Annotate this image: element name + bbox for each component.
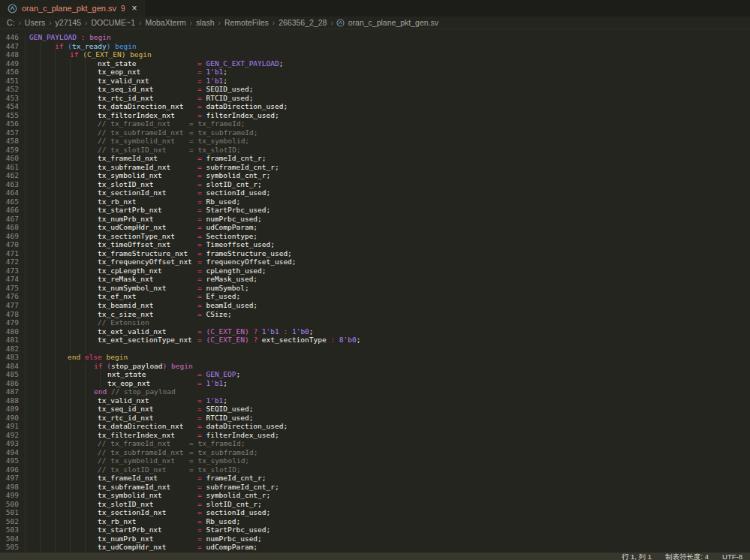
code-line[interactable]: 505tx_udCompHdr_nxt= udCompParam;	[0, 543, 750, 552]
line-number[interactable]: 467	[0, 215, 19, 224]
line-number[interactable]: 457	[0, 128, 19, 137]
line-number[interactable]: 449	[0, 59, 19, 68]
code-line[interactable]: 488tx_valid_nxt= 1'b1;	[0, 396, 750, 405]
code-line[interactable]: 470tx_timeOffset_nxt= Timeoffset_used;	[0, 240, 750, 249]
line-number[interactable]: 469	[0, 232, 19, 241]
line-number[interactable]: 475	[0, 284, 19, 293]
line-number[interactable]: 485	[0, 370, 19, 379]
code-line[interactable]: 494// tx_subframeId_nxt= tx_subframeId;	[0, 448, 750, 457]
line-number[interactable]: 488	[0, 396, 19, 405]
code-line[interactable]: 457// tx_subframeId_nxt= tx_subframeId;	[0, 128, 750, 137]
line-number[interactable]: 455	[0, 111, 19, 120]
line-number[interactable]: 470	[0, 240, 19, 249]
code-line[interactable]: 467tx_numPrb_nxt= numPrbc_used;	[0, 215, 750, 224]
code-line[interactable]: 485nxt_state= GEN_EOP;	[0, 370, 750, 379]
line-number[interactable]: 498	[0, 483, 19, 492]
code-line[interactable]: 486tx_eop_nxt= 1'b1;	[0, 379, 750, 388]
code-line[interactable]: 489tx_seq_id_nxt= SEQID_used;	[0, 405, 750, 414]
code-line[interactable]: 492tx_filterIndex_nxt= filterIndex_used;	[0, 431, 750, 440]
breadcrumb-item-file[interactable]: oran_c_plane_pkt_gen.sv	[348, 18, 439, 27]
code-line[interactable]: 450tx_eop_nxt= 1'b1;	[0, 68, 750, 77]
code-line[interactable]: 449nxt_state= GEN_C_EXT_PAYLOAD;	[0, 59, 750, 68]
line-number[interactable]: 493	[0, 439, 19, 448]
line-number[interactable]: 448	[0, 50, 19, 59]
code-line[interactable]: 453tx_rtc_id_nxt= RTCID_used;	[0, 94, 750, 103]
line-number[interactable]: 456	[0, 119, 19, 128]
code-line[interactable]: 460tx_frameId_nxt= frameId_cnt_r;	[0, 154, 750, 163]
code-line[interactable]: 490tx_rtc_id_nxt= RTCID_used;	[0, 414, 750, 423]
editor[interactable]: 446GEN_PAYLOAD : begin447if (tx_ready) b…	[0, 29, 750, 552]
code-line[interactable]: 487end // stop_payload	[0, 387, 750, 396]
breadcrumb-item[interactable]: RemoteFiles	[224, 18, 270, 27]
code-line[interactable]: 482	[0, 345, 750, 354]
code-line[interactable]: 446GEN_PAYLOAD : begin	[0, 33, 750, 42]
line-number[interactable]: 468	[0, 223, 19, 232]
line-number[interactable]: 481	[0, 336, 19, 345]
code-line[interactable]: 459// tx_slotID_nxt= tx_slotID;	[0, 146, 750, 155]
line-number[interactable]: 461	[0, 163, 19, 172]
line-number[interactable]: 505	[0, 543, 19, 552]
line-number[interactable]: 464	[0, 188, 19, 197]
code-line[interactable]: 476tx_ef_nxt= Ef_used;	[0, 292, 750, 301]
code-line[interactable]: 461tx_subframeId_nxt= subframeId_cnt_r;	[0, 163, 750, 172]
line-number[interactable]: 494	[0, 448, 19, 457]
line-number[interactable]: 503	[0, 525, 19, 534]
code-line[interactable]: 501tx_sectionId_nxt= sectionId_used;	[0, 508, 750, 517]
line-number[interactable]: 484	[0, 362, 19, 371]
tab-oran-c-plane-pkt-gen[interactable]: oran_c_plane_pkt_gen.sv 9 ×	[0, 0, 146, 17]
line-number[interactable]: 454	[0, 102, 19, 111]
breadcrumb-item[interactable]: y27145	[55, 18, 82, 27]
line-number[interactable]: 453	[0, 94, 19, 103]
breadcrumb-item[interactable]: C:	[6, 18, 16, 27]
code-line[interactable]: 495// tx_symbolid_nxt= tx_symbolid;	[0, 456, 750, 465]
line-number[interactable]: 476	[0, 292, 19, 301]
code-line[interactable]: 472tx_frequencyOffset_nxt= frequencyOffs…	[0, 257, 750, 266]
line-number[interactable]: 458	[0, 137, 19, 146]
code-line[interactable]: 469tx_sectionType_nxt= Sectiontype;	[0, 232, 750, 241]
line-number[interactable]: 502	[0, 517, 19, 526]
tab-close-icon[interactable]: ×	[131, 4, 138, 13]
line-number[interactable]: 478	[0, 310, 19, 319]
line-number[interactable]: 495	[0, 456, 19, 465]
line-number[interactable]: 480	[0, 327, 19, 336]
line-number[interactable]: 482	[0, 345, 19, 354]
line-number[interactable]: 472	[0, 257, 19, 266]
line-number[interactable]: 447	[0, 42, 19, 51]
line-number[interactable]: 474	[0, 275, 19, 284]
code-line[interactable]: 500tx_slotID_nxt= slotID_cnt_r;	[0, 500, 750, 509]
code-line[interactable]: 471tx_frameStructure_nxt= frameStructure…	[0, 249, 750, 258]
breadcrumb-item[interactable]: DOCUME~1	[90, 18, 136, 27]
code-line[interactable]: 458// tx_symbolid_nxt= tx_symbolid;	[0, 137, 750, 146]
code-line[interactable]: 498tx_subframeId_nxt= subframeId_cnt_r;	[0, 483, 750, 492]
line-number[interactable]: 500	[0, 500, 19, 509]
line-number[interactable]: 463	[0, 180, 19, 189]
breadcrumb-item[interactable]: 266356_2_28	[278, 18, 327, 27]
line-number[interactable]: 501	[0, 508, 19, 517]
code-line[interactable]: 473tx_cpLength_nxt= cpLength_used;	[0, 266, 750, 275]
line-number[interactable]: 499	[0, 491, 19, 500]
line-number[interactable]: 483	[0, 353, 19, 362]
code-line[interactable]: 447if (tx_ready) begin	[0, 42, 750, 51]
code-line[interactable]: 448if (C_EXT_EN) begin	[0, 50, 750, 59]
line-number[interactable]: 462	[0, 171, 19, 180]
status-tab-size[interactable]: 制表符长度: 4	[665, 552, 709, 560]
line-number[interactable]: 471	[0, 249, 19, 258]
line-number[interactable]: 450	[0, 68, 19, 77]
line-number[interactable]: 473	[0, 266, 19, 275]
breadcrumb-item[interactable]: MobaXterm	[144, 18, 186, 27]
line-number[interactable]: 490	[0, 414, 19, 423]
code-line[interactable]: 477tx_beamid_nxt= beamId_used;	[0, 301, 750, 310]
code-line[interactable]: 454tx_dataDirection_nxt= dataDirection_u…	[0, 102, 750, 111]
code-line[interactable]: 503tx_startPrb_nxt= StartPrbc_used;	[0, 525, 750, 534]
line-number[interactable]: 446	[0, 33, 19, 42]
line-number[interactable]: 491	[0, 422, 19, 431]
code-line[interactable]: 478tx_c_size_nxt= CSize;	[0, 310, 750, 319]
line-number[interactable]: 496	[0, 465, 19, 474]
code-line[interactable]: 464tx_sectionId_nxt= sectionId_used;	[0, 188, 750, 197]
code-line[interactable]: 483end else begin	[0, 353, 750, 362]
line-number[interactable]: 452	[0, 85, 19, 94]
code-line[interactable]: 466tx_startPrb_nxt= StartPrbc_used;	[0, 206, 750, 215]
code-line[interactable]: 451tx_valid_nxt= 1'b1;	[0, 77, 750, 86]
line-number[interactable]: 466	[0, 206, 19, 215]
code-line[interactable]: 456// tx_frameId_nxt= tx_frameId;	[0, 119, 750, 128]
